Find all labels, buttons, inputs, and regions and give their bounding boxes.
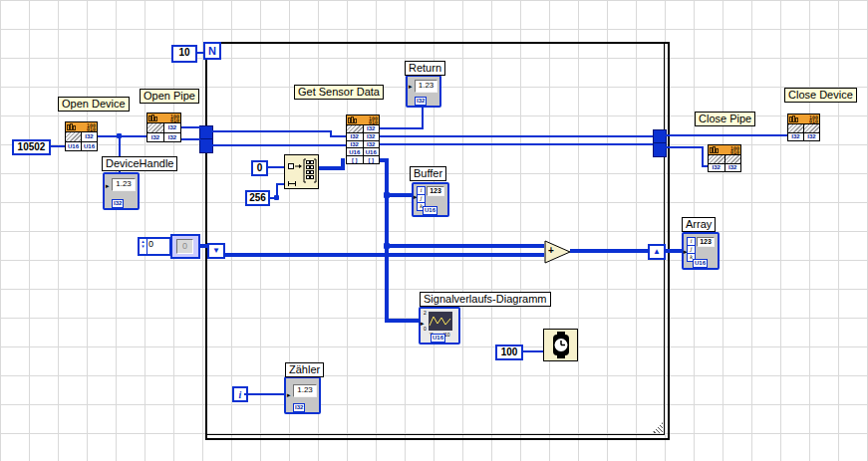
wire-sr-to-add[interactable]: [223, 253, 544, 257]
loop-count-constant[interactable]: 10: [171, 45, 197, 63]
shift-register-down-icon: ▼: [212, 247, 220, 255]
buffer-type: U16: [423, 206, 437, 215]
init-element-constant[interactable]: 0: [251, 160, 268, 176]
wire-add-to-sr[interactable]: [570, 249, 650, 253]
wire-init-out-b[interactable]: [341, 158, 345, 170]
return-indicator[interactable]: ▸ 1.23 I32: [406, 75, 441, 108]
wire-openpipe-out1[interactable]: [181, 126, 200, 128]
terminal-array[interactable]: [ ]: [347, 156, 363, 163]
terminal-i32[interactable]: I32: [347, 133, 363, 140]
init-dimension-constant[interactable]: 256: [245, 190, 270, 206]
terminal-i32[interactable]: I32: [804, 133, 819, 141]
close-pipe-node[interactable]: 100010 I32I32: [708, 144, 741, 172]
wire-junction-add[interactable]: [384, 243, 390, 249]
zaehler-value: 1.23: [293, 384, 317, 397]
terminal-i32[interactable]: I32: [147, 133, 163, 142]
wire-i-to-zaehler[interactable]: [244, 393, 284, 395]
header-bits-bottom: 010: [170, 118, 179, 122]
subvi-header-icon: [789, 115, 798, 122]
open-pipe-node[interactable]: 100010 I32 I32I32: [146, 113, 181, 142]
wire-junction-buffer[interactable]: [384, 192, 390, 198]
subvi-header-icon: [148, 115, 157, 121]
terminal-u16[interactable]: U16: [347, 148, 363, 155]
terminal-i32[interactable]: I32: [164, 133, 180, 142]
terminal-i32[interactable]: I32: [364, 125, 380, 132]
subvi-header: 100010: [147, 114, 180, 122]
terminal-u16[interactable]: U16: [364, 148, 380, 155]
get-sensor-data-node[interactable]: 100010 I32 I32I32 I32I32 U16U16 [ ][ ]: [346, 115, 380, 164]
indicator-pointer-icon: ▸: [287, 391, 291, 398]
return-value: 1.23: [415, 80, 437, 93]
terminal-i32[interactable]: I32: [788, 133, 803, 141]
indicator-pointer-icon: ▸: [106, 182, 110, 189]
loop-count-terminal[interactable]: N: [203, 42, 221, 60]
wire-to-add-top[interactable]: [389, 244, 544, 248]
wait-ms-constant[interactable]: 100: [495, 345, 523, 360]
terminal-unwired[interactable]: [66, 132, 81, 141]
label-close-device: Close Device: [784, 88, 857, 103]
array-constant-element[interactable]: 0: [176, 239, 193, 254]
terminal-i32[interactable]: I32: [82, 132, 97, 141]
waveform-chart-terminal[interactable]: ▸ 2 0 '0 '10 U16: [419, 307, 460, 345]
terminal-i32[interactable]: I32: [709, 164, 724, 172]
wire-junction-size[interactable]: [274, 195, 279, 200]
terminal-i32[interactable]: I32: [347, 141, 363, 148]
devicehandle-indicator[interactable]: ▸ 1.23 I32: [103, 172, 140, 210]
block-diagram-canvas[interactable]: 10 N i ▼ ▲ 10502 0 256 100: [0, 0, 868, 461]
chart-ymin: 0: [424, 327, 427, 332]
open-device-node[interactable]: 100010 I32 U16U16: [65, 121, 98, 151]
loop-resize-handle-icon[interactable]: [652, 422, 663, 433]
zaehler-indicator[interactable]: ▸ 1.23 I32: [284, 376, 321, 414]
array-index-control[interactable]: ▴ ▾ 0: [138, 237, 171, 256]
terminal-i32[interactable]: I32: [364, 133, 380, 140]
wire-closedevice[interactable]: [665, 134, 787, 136]
wire-init-size-c[interactable]: [276, 183, 284, 185]
devicehandle-value: 1.23: [112, 178, 136, 191]
wire-to-buffer[interactable]: [389, 193, 412, 197]
close-device-node[interactable]: 100010 I32I32: [787, 114, 820, 141]
label-close-pipe: Close Pipe: [695, 112, 755, 126]
wire-closepipe-a[interactable]: [665, 146, 704, 148]
terminal-array[interactable]: [ ]: [364, 156, 380, 163]
wire-closepipe-b[interactable]: [702, 146, 704, 167]
wire-to-chart[interactable]: [385, 319, 419, 323]
decrement-icon[interactable]: ▾: [140, 244, 146, 249]
buffer-indicator[interactable]: ▸ i j k 123 U16: [412, 182, 449, 217]
terminal-i32[interactable]: I32: [164, 123, 180, 132]
wire-in1-c[interactable]: [330, 135, 346, 137]
tunnel-right-2[interactable]: [653, 142, 667, 157]
wire-openpipe-out2[interactable]: [181, 138, 200, 140]
initialize-array-node[interactable]: [284, 154, 319, 189]
terminal-unwired[interactable]: [725, 155, 741, 163]
terminal-u16[interactable]: U16: [82, 142, 97, 151]
array-indicator[interactable]: ▸ i j k 123 U16: [682, 232, 720, 270]
terminal-u16[interactable]: U16: [66, 142, 81, 151]
terminal-i32[interactable]: I32: [725, 164, 741, 172]
wait-ms-node[interactable]: [543, 329, 578, 361]
terminal-i32[interactable]: I32: [364, 141, 380, 148]
terminal-unwired[interactable]: [788, 124, 803, 132]
wire-in2[interactable]: [211, 144, 346, 146]
wire-out2[interactable]: [380, 143, 653, 145]
terminal-unwired[interactable]: [147, 123, 163, 132]
zaehler-type: I32: [293, 403, 305, 412]
device-id-constant[interactable]: 10502: [12, 139, 51, 155]
chart-plot-icon: [429, 312, 452, 331]
subvi-header: 100010: [347, 115, 379, 124]
wire-return-v[interactable]: [422, 107, 424, 129]
array-index-value[interactable]: 0: [147, 239, 169, 254]
wire-sr-to-array[interactable]: [664, 249, 682, 253]
wire-return-h[interactable]: [380, 127, 424, 129]
add-function[interactable]: +: [544, 240, 572, 264]
wire-array-vert[interactable]: [385, 158, 389, 323]
wire-wait-ms[interactable]: [521, 350, 543, 352]
terminal-unwired[interactable]: [804, 124, 819, 132]
wire-devicehandle-h[interactable]: [98, 135, 147, 137]
terminal-unwired[interactable]: [709, 155, 724, 163]
wire-in1-a[interactable]: [211, 130, 330, 132]
subvi-header-icon: [710, 146, 719, 153]
wire-out1[interactable]: [380, 135, 653, 137]
array-constant-shell[interactable]: 0: [170, 234, 200, 259]
indicator-pointer-icon: ▸: [409, 83, 413, 90]
terminal-unwired[interactable]: [347, 125, 363, 132]
